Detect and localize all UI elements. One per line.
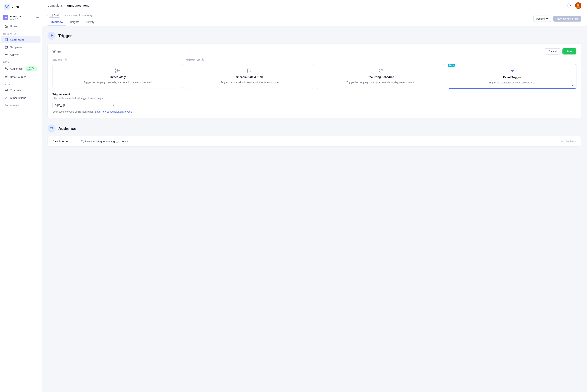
section-messaging: Messaging (0, 30, 42, 36)
trigger-section-header: Trigger (48, 32, 581, 40)
last-updated: Last updated 2 months ago (64, 14, 94, 17)
svg-rect-4 (5, 46, 8, 48)
trigger-event-desc: Choose the event that will trigger this … (53, 97, 576, 100)
recurring-schedule-title: Recurring Schedule (368, 76, 394, 79)
sidebar-item-campaigns-label: Campaigns (10, 38, 25, 41)
trigger-hint: Don't see the events you're looking for?… (53, 110, 576, 113)
campaigns-icon (5, 38, 8, 41)
sidebar-item-campaigns[interactable]: Campaigns (1, 36, 41, 43)
trigger-option-recurring-schedule[interactable]: Recurring Schedule Trigger the campaign … (317, 64, 445, 89)
one-off-info-icon[interactable]: i (64, 58, 67, 61)
sidebar-item-channels[interactable]: Channels (1, 86, 41, 94)
subscriptions-icon (5, 96, 8, 100)
logo-text: vero (12, 5, 19, 9)
audience-section-icon (48, 124, 56, 132)
immediately-desc: Trigger the campaign manually, start sen… (84, 81, 152, 84)
specific-date-time-title: Specific Date & Time (236, 76, 264, 79)
tab-overview[interactable]: Overview (48, 19, 66, 26)
sidebar-item-subscriptions[interactable]: Subscriptions (1, 94, 41, 102)
audience-data-source-row: Data Source Users who trigger the sign_u… (48, 136, 581, 146)
company-name: Acme Inc (10, 15, 22, 18)
company-more-icon[interactable]: ••• (36, 16, 39, 19)
trigger-event-select-wrapper: sign_up page_view purchase login ▾ (53, 102, 116, 108)
audiences-coming-soon-badge: Coming Soon (25, 66, 37, 71)
sidebar-item-settings[interactable]: Settings (1, 102, 41, 109)
when-label: When (53, 50, 61, 53)
sidebar-item-activity-label: Activity (10, 53, 19, 56)
breadcrumb-campaigns[interactable]: Campaigns (48, 4, 63, 7)
svg-rect-14 (250, 71, 251, 72)
audience-people-icon (81, 140, 84, 143)
svg-point-7 (5, 76, 8, 77)
section-setup: Setup (0, 81, 42, 86)
sidebar-item-data-sources[interactable]: Data Sources (1, 73, 41, 80)
svg-rect-12 (248, 69, 252, 73)
audience-section-header: Audience (48, 124, 581, 132)
trigger-option-specific-date-time[interactable]: Specific Date & Time Trigger the campaig… (186, 64, 314, 89)
automated-info-icon[interactable]: i (201, 58, 204, 61)
cancel-button[interactable]: Cancel (545, 48, 560, 54)
svg-rect-13 (249, 71, 249, 72)
sidebar-item-audiences-label: Audiences (10, 67, 23, 70)
company-avatar: AI (3, 15, 9, 20)
actions-label: Actions (536, 17, 545, 20)
sidebar-item-home-label: Home (10, 25, 17, 28)
trigger-event-section: Trigger event Choose the event that will… (53, 93, 576, 113)
svg-point-1 (5, 5, 6, 6)
sub-header: Draft Last updated 2 months ago Overview… (42, 11, 587, 26)
tabs-row: Overview Insights Activity (48, 18, 98, 26)
svg-rect-2 (6, 26, 7, 27)
user-avatar[interactable] (575, 2, 581, 9)
recurring-schedule-desc: Trigger the campaign on a cycle, every h… (346, 81, 415, 84)
sidebar-item-templates[interactable]: Templates (1, 44, 41, 51)
svg-point-9 (6, 105, 7, 106)
draft-icon (50, 14, 53, 17)
trigger-card: When Cancel Save ONE OFF i (48, 43, 581, 118)
trigger-event-title: Trigger event (53, 93, 576, 96)
data-source-label: Data Source (53, 140, 81, 143)
sidebar-item-templates-label: Templates (10, 46, 22, 49)
actions-button[interactable]: Actions (533, 16, 551, 22)
review-start-button[interactable]: Review and Start (553, 16, 581, 22)
data-source-suffix: event (122, 140, 129, 143)
company-version: Vero 1.0 (10, 18, 22, 20)
chevron-down-icon (546, 17, 548, 20)
svg-point-5 (6, 68, 7, 69)
tab-insights[interactable]: Insights (66, 19, 82, 26)
sidebar-item-home[interactable]: Home (1, 22, 41, 30)
tab-activity[interactable]: Activity (83, 19, 98, 26)
trigger-groups: ONE OFF i Immediately Trigger the campai… (53, 58, 576, 89)
event-bolt-icon (509, 68, 515, 74)
save-button[interactable]: Save (562, 48, 576, 54)
automated-label: AUTOMATED (186, 59, 200, 61)
breadcrumb-current: Announcement (67, 4, 89, 7)
specific-date-time-desc: Trigger the campaign to send at a future… (221, 81, 279, 84)
breadcrumb-separator: › (64, 4, 65, 7)
event-trigger-title: Event Trigger (503, 76, 521, 79)
svg-point-18 (83, 140, 84, 141)
trigger-option-event-trigger[interactable]: Beta Event Trigger Trigger the campaign … (448, 64, 576, 89)
trigger-event-select[interactable]: sign_up page_view purchase login (53, 102, 116, 108)
svg-rect-3 (5, 38, 8, 41)
trigger-option-immediately[interactable]: Immediately Trigger the campaign manuall… (53, 64, 183, 88)
company-switcher[interactable]: AI Acme Inc Vero 1.0 ••• (0, 13, 42, 22)
section-data: Data (0, 58, 42, 64)
check-icon: ✓ (571, 83, 574, 87)
svg-point-17 (82, 140, 83, 141)
sidebar-item-audiences[interactable]: Audiences Coming Soon (1, 64, 41, 73)
bolt-icon (49, 34, 54, 38)
sidebar-item-channels-label: Channels (10, 89, 21, 92)
status-row: Draft Last updated 2 months ago (48, 13, 98, 18)
add-audience-button[interactable]: Add Audience (560, 140, 576, 143)
templates-icon (5, 45, 8, 49)
data-source-prefix: Users who trigger the (85, 140, 110, 143)
top-header: Campaigns › Announcement ? (42, 0, 587, 11)
sidebar-item-activity[interactable]: Activity (1, 51, 41, 58)
help-button[interactable]: ? (567, 3, 573, 8)
people-icon (49, 126, 54, 131)
trigger-hint-link[interactable]: Learn how to add additional events (95, 110, 132, 113)
data-sources-icon (5, 75, 8, 79)
audience-card: Data Source Users who trigger the sign_u… (48, 136, 581, 146)
svg-point-11 (577, 4, 579, 6)
svg-rect-0 (4, 4, 10, 10)
